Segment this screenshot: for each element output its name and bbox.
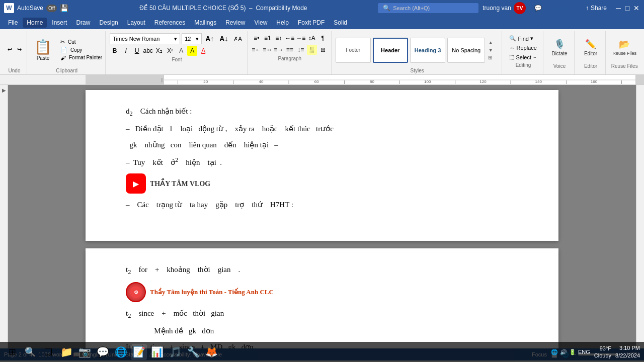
font-name-selector[interactable]: Times New Roman ▾ [110,33,180,44]
minimize-button[interactable]: ─ [615,5,622,12]
handwritten-page2: t2 for + khoảng thời gian . ⚙ Thầy Tâm l… [126,263,518,348]
multilevel-button[interactable]: ≡↕ [274,33,284,43]
taskbar-app-5[interactable]: 📊 [149,344,165,360]
autosave-toggle[interactable]: Off [46,5,57,12]
battery-icon[interactable]: 🔋 [569,349,576,355]
line-spacing-button[interactable]: ↕≡ [296,45,306,55]
share-button[interactable]: ↑ Share [582,3,611,13]
numbering-button[interactable]: ≡1 [263,33,273,43]
increase-font-button[interactable]: A↑ [203,34,216,43]
increase-indent-button[interactable]: →≡ [296,33,306,43]
decrease-indent-button[interactable]: ←≡ [285,33,295,43]
find-button[interactable]: 🔍 Find ▾ [506,34,540,43]
menu-draw[interactable]: Draw [72,18,94,28]
weather-info: 93°F Cloudy [594,345,611,359]
bullets-button[interactable]: ≡• [252,33,262,43]
style-footer[interactable]: Footer [336,38,371,63]
menu-solid[interactable]: Solid [330,18,351,28]
hw-line-4: – Tuy kết ở2 hiện tại . [126,155,518,168]
task-view-button[interactable]: ❑ [40,344,56,360]
menu-view[interactable]: View [251,18,272,28]
user-avatar[interactable]: TV [514,2,526,14]
text-effects-button[interactable]: A [176,46,186,56]
styles-scroll[interactable]: ▲ ▼ ⊞ [487,39,494,61]
style-nospacing[interactable]: No Spacing [447,38,485,63]
find-dropdown[interactable]: ▾ [530,35,533,42]
taskbar-app-icon-5: 📊 [151,346,164,358]
menu-file[interactable]: File [4,18,22,28]
italic-button[interactable]: I [121,46,131,56]
menu-review[interactable]: Review [221,18,249,28]
align-left-button[interactable]: ≡← [252,45,262,55]
date-display: 8/22/2024 [615,352,640,359]
menu-design[interactable]: Design [95,18,122,28]
undo-button[interactable]: ↩ [6,46,14,53]
maximize-button[interactable]: □ [624,5,631,12]
language-indicator[interactable]: ENG [578,349,590,355]
highlight-color-button[interactable]: A [187,46,197,56]
redo-button[interactable]: ↪ [15,46,24,53]
show-hide-button[interactable]: ¶ [318,33,328,43]
taskbar-app-3[interactable]: 💬 [95,344,111,360]
styles-scroll-down[interactable]: ▼ [487,47,494,53]
clock[interactable]: 3:10 PM 8/22/2024 [615,344,640,360]
reuse-files-button[interactable]: 📂 Reuse Files [610,32,639,62]
select-button[interactable]: ⬚ Select ~ [506,53,540,61]
taskbar-app-7[interactable]: 🔧 [185,344,201,360]
menu-references[interactable]: References [150,18,189,28]
font-color-button[interactable]: A [198,46,208,56]
save-icon[interactable]: 💾 [60,4,68,12]
menu-insert[interactable]: Insert [48,18,71,28]
style-header[interactable]: Header [373,38,408,63]
taskbar-app-8[interactable]: 🦊 [203,344,219,360]
font-size-selector[interactable]: 12 ▾ [182,33,202,44]
format-painter-button[interactable]: 🖌 [58,54,68,61]
copy-button[interactable]: 📄 [58,46,69,54]
paste-button[interactable]: 📋 Paste [31,38,55,62]
window-controls: ─ □ ✕ [615,5,640,12]
volume-icon[interactable]: 🔊 [560,349,567,355]
editor-button[interactable]: ✏️ Editor [579,32,602,62]
taskbar-app-1[interactable]: 📁 [58,344,74,360]
align-center-button[interactable]: ≡↔ [263,45,273,55]
close-button[interactable]: ✕ [633,5,640,12]
sort-button[interactable]: ↕A [307,33,317,43]
taskbar-app-2[interactable]: 📷 [76,344,93,360]
borders-button[interactable]: ⊞ [318,45,328,55]
menu-home[interactable]: Home [23,18,47,28]
network-icon[interactable]: 🌐 [551,349,558,355]
decrease-font-button[interactable]: A↓ [217,34,230,43]
dictate-button[interactable]: 🎙️ Dictate [547,32,571,62]
shading-button[interactable]: ░ [307,45,317,55]
taskbar-app-word[interactable]: 📝 [131,344,147,360]
document-area[interactable]: d2 Cách nhận biết : – Điền đặt 1 loại độ… [8,85,636,348]
menu-mailings[interactable]: Mailings [190,18,220,28]
taskbar-app-6[interactable]: 🎵 [167,344,183,360]
search-bar[interactable]: 🔍 Search (Alt+Q) [378,3,478,13]
left-tool-1[interactable]: ▶ [2,87,6,93]
menu-foxit[interactable]: Foxit PDF [294,18,329,28]
replace-button[interactable]: ↔ Replace [506,44,540,52]
bold-button[interactable]: B [110,46,120,56]
underline-button[interactable]: U [132,46,142,56]
subscript-button[interactable]: X₂ [154,46,164,56]
align-right-button[interactable]: ≡→ [274,45,284,55]
undo-label: Undo [5,67,24,73]
styles-expand[interactable]: ⊞ [487,54,494,61]
main-content: ▶ d2 Cách nhận biết : – Điền đặt 1 loại … [0,85,644,348]
strikethrough-button[interactable]: abc [143,46,153,56]
taskbar-app-4[interactable]: 🌐 [113,344,129,360]
cut-button[interactable]: ✂ [58,38,67,46]
comments-button[interactable]: 💬 Comments [530,3,578,14]
style-heading3[interactable]: Heading 3 [410,38,446,63]
clc-channel-name: Thầy Tâm luyện thi Toán - Tiếng Anh CLC [150,288,274,296]
menu-help[interactable]: Help [272,18,293,28]
ruler-content[interactable]: // Generated tick marks would be here | … [164,75,636,84]
styles-scroll-up[interactable]: ▲ [487,39,494,46]
search-button[interactable]: 🔍 [22,344,38,360]
superscript-button[interactable]: X² [165,46,175,56]
justify-button[interactable]: ≡≡ [285,45,295,55]
menu-layout[interactable]: Layout [123,18,149,28]
start-button[interactable]: ⊞ [4,344,20,360]
clear-format-button[interactable]: ✗A [231,35,244,43]
